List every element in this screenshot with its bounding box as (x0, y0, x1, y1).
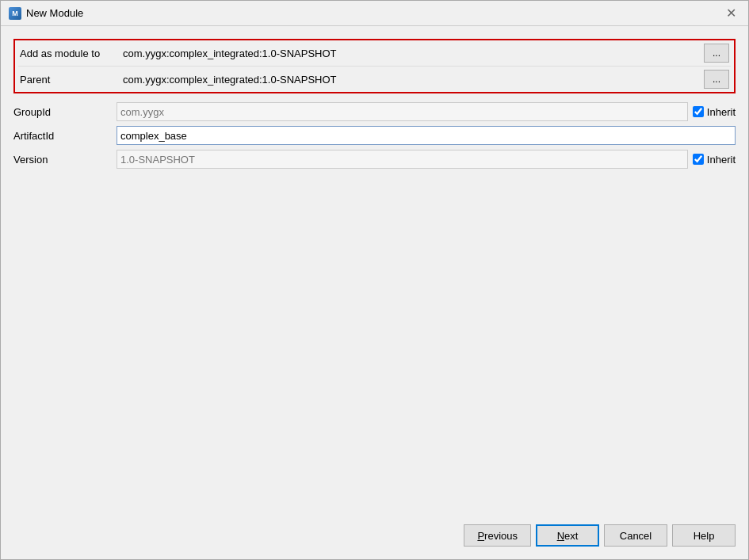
add-as-module-label: Add as module to (20, 48, 123, 59)
version-inherit-label: Inherit (707, 154, 736, 166)
title-bar-left: M New Module (9, 7, 83, 20)
artifact-id-label: ArtifactId (13, 130, 117, 142)
version-input[interactable] (117, 150, 688, 169)
parent-row: Parent com.yygx:complex_integrated:1.0-S… (15, 67, 734, 92)
next-button[interactable]: Next (536, 524, 599, 547)
group-id-label: GroupId (13, 106, 117, 118)
normal-form-rows: GroupId Inherit ArtifactId Version Inher… (13, 100, 736, 171)
add-as-module-browse-button[interactable]: ... (704, 44, 729, 63)
parent-label: Parent (20, 74, 123, 86)
footer: Previous Next Cancel Help (1, 516, 748, 559)
new-module-dialog: M New Module ✕ Add as module to com.yygx… (0, 0, 749, 560)
dialog-content: Add as module to com.yygx:complex_integr… (1, 26, 748, 516)
add-as-module-value: com.yygx:complex_integrated:1.0-SNAPSHOT (123, 48, 699, 59)
help-button[interactable]: Help (672, 524, 736, 547)
add-as-module-row: Add as module to com.yygx:complex_integr… (15, 40, 734, 66)
group-id-row: GroupId Inherit (13, 100, 736, 124)
window-icon: M (9, 7, 21, 20)
artifact-id-row: ArtifactId (13, 124, 736, 147)
group-id-input[interactable] (117, 102, 688, 121)
version-inherit-checkbox[interactable] (693, 154, 704, 165)
version-inherit-group: Inherit (693, 154, 736, 166)
artifact-id-input[interactable] (117, 126, 736, 145)
parent-value: com.yygx:complex_integrated:1.0-SNAPSHOT (123, 74, 699, 86)
previous-button[interactable]: Previous (464, 524, 531, 547)
close-button[interactable]: ✕ (721, 4, 740, 23)
group-id-inherit-checkbox[interactable] (693, 106, 704, 117)
group-id-inherit-label: Inherit (707, 106, 736, 118)
group-id-inherit-group: Inherit (693, 106, 736, 118)
highlighted-section: Add as module to com.yygx:complex_integr… (13, 39, 736, 93)
title-bar: M New Module ✕ (1, 1, 748, 26)
version-label: Version (13, 154, 117, 166)
cancel-button[interactable]: Cancel (604, 524, 667, 547)
window-title: New Module (26, 7, 83, 19)
parent-browse-button[interactable]: ... (704, 70, 729, 89)
version-row: Version Inherit (13, 147, 736, 171)
